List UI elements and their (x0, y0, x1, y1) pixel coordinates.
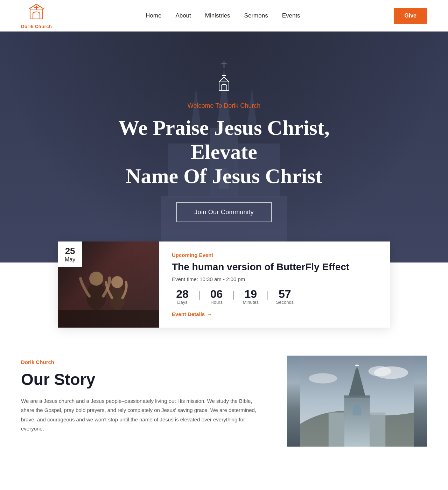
countdown-hours: 06 Hours (206, 288, 227, 305)
event-date-badge: 25 May (58, 241, 82, 267)
svg-point-15 (86, 282, 106, 310)
nav-events[interactable]: Events (282, 12, 300, 19)
hero-content: Welcome To Dorik Church We Praise Jesus … (98, 72, 350, 222)
nav-about[interactable]: About (175, 12, 191, 19)
svg-rect-19 (58, 310, 159, 328)
countdown-timer: 28 Days | 06 Hours | 19 Minutes | 57 Sec… (172, 288, 378, 305)
event-image: 25 May (58, 241, 159, 328)
hero-title: We Praise Jesus Christ, Elevate Name Of … (98, 116, 350, 188)
join-community-button[interactable]: Join Our Community (176, 202, 272, 222)
countdown-days-num: 28 (176, 288, 189, 300)
countdown-sep-3: | (267, 289, 269, 304)
countdown-days-label: Days (177, 300, 188, 305)
svg-point-22 (369, 366, 391, 376)
hero-church-icon (98, 72, 350, 96)
story-img-placeholder (287, 356, 427, 447)
event-time: Event time: 10:30 am - 2:00 pm (172, 276, 378, 282)
arrow-icon: → (207, 311, 212, 317)
story-image (287, 356, 427, 447)
countdown-sep-2: | (233, 289, 235, 304)
event-details: Upcoming Event The human version of Butt… (159, 241, 390, 328)
event-details-link[interactable]: Event Details → (172, 311, 378, 317)
countdown-minutes: 19 Minutes (240, 288, 261, 305)
svg-point-17 (110, 286, 125, 310)
svg-rect-28 (344, 396, 370, 398)
svg-point-16 (89, 272, 103, 286)
svg-point-23 (309, 373, 337, 383)
hero-subtitle: Welcome To Dorik Church (98, 102, 350, 110)
svg-rect-24 (344, 396, 370, 447)
countdown-minutes-label: Minutes (243, 300, 259, 305)
svg-rect-0 (30, 9, 43, 19)
nav-sermons[interactable]: Sermons (244, 12, 268, 19)
logo-icon (27, 3, 46, 22)
give-button[interactable]: Give (394, 8, 427, 24)
event-date-month: May (65, 257, 75, 262)
event-date-day: 25 (65, 246, 75, 257)
logo[interactable]: Dorik Church (21, 3, 52, 29)
story-label: Dorik Church (21, 359, 266, 365)
story-text: Dorik Church Our Story We are a Jesus ch… (21, 356, 266, 447)
countdown-seconds-label: Seconds (276, 300, 294, 305)
nav-ministries[interactable]: Ministries (205, 12, 230, 19)
event-title: The human version of ButterFly Effect (172, 261, 378, 273)
story-title: Our Story (21, 370, 266, 389)
upcoming-event-label: Upcoming Event (172, 252, 378, 258)
countdown-days: 28 Days (172, 288, 193, 305)
svg-rect-30 (370, 413, 386, 447)
countdown-seconds: 57 Seconds (274, 288, 295, 305)
event-card: 25 May U (58, 241, 390, 328)
svg-rect-29 (329, 413, 344, 447)
story-section: Dorik Church Our Story We are a Jesus ch… (0, 328, 448, 468)
svg-rect-12 (219, 82, 229, 90)
countdown-seconds-num: 57 (279, 288, 291, 300)
svg-point-18 (111, 276, 123, 288)
hero-section: Welcome To Dorik Church We Praise Jesus … (0, 31, 448, 262)
site-header: Dorik Church Home About Ministries Sermo… (0, 0, 448, 31)
event-section: 25 May U (0, 241, 448, 328)
logo-text: Dorik Church (21, 24, 52, 29)
countdown-minutes-num: 19 (244, 288, 257, 300)
countdown-hours-label: Hours (210, 300, 223, 305)
countdown-hours-num: 06 (210, 288, 223, 300)
main-nav: Home About Ministries Sermons Events (146, 12, 300, 19)
nav-home[interactable]: Home (146, 12, 161, 19)
story-body: We are a Jesus church and a Jesus people… (21, 397, 266, 433)
countdown-sep-1: | (198, 289, 201, 304)
